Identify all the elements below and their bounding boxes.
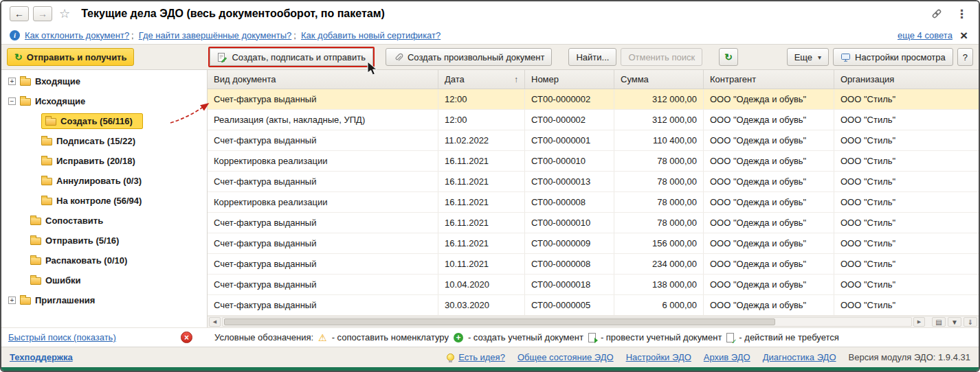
collapse-icon[interactable]: − xyxy=(8,97,16,105)
edo-window: ← → ☆ Текущие дела ЭДО (весь документооб… xyxy=(0,0,980,372)
cell-organization: ООО "Стиль" xyxy=(834,213,979,233)
table-row[interactable]: Счет-фактура выданный 16.11.2021 СТ00-00… xyxy=(208,213,979,233)
table-row[interactable]: Корректировка реализации 16.11.2021 СТ00… xyxy=(208,151,979,172)
table-row[interactable]: Счет-фактура выданный 16.11.2021 СТ00-00… xyxy=(208,233,979,254)
create-sign-send-button[interactable]: Создать, подписать и отправить xyxy=(210,48,372,66)
idea-link[interactable]: Есть идея? xyxy=(458,352,505,362)
column-header-sum[interactable]: Сумма xyxy=(614,70,704,89)
quick-search-area: Быстрый поиск (показать) × xyxy=(1,332,208,343)
expand-icon[interactable]: + xyxy=(8,78,16,85)
scroll-right-button[interactable]: ▶ xyxy=(913,317,925,327)
horizontal-scrollbar[interactable]: ◀ ▶ ▤ ▼ ⇓ xyxy=(208,316,979,327)
tree-item-create[interactable]: Создать (56/116) xyxy=(1,111,207,131)
tip-link-add-certificate[interactable]: Как добавить новый сертификат? xyxy=(301,30,441,40)
page-title: Текущие дела ЭДО (весь документооборот, … xyxy=(81,8,385,20)
table-row[interactable]: Реализация (акты, накладные, УПД) 12:00 … xyxy=(208,110,979,130)
cell-doc-type: Реализация (акты, накладные, УПД) xyxy=(208,110,438,130)
clear-search-button[interactable]: × xyxy=(181,332,192,343)
send-receive-button[interactable]: ↻ Отправить и получить xyxy=(7,48,134,66)
sync-icon: ↻ xyxy=(14,52,23,62)
paperclip-icon xyxy=(393,52,403,62)
cell-doc-type: Корректировка реализации xyxy=(208,151,438,171)
cell-organization: ООО "Стиль" xyxy=(834,110,979,130)
find-button[interactable]: Найти... xyxy=(568,48,616,66)
cell-organization: ООО "Стиль" xyxy=(834,275,979,294)
get-link-icon[interactable] xyxy=(931,8,942,19)
cancel-search-button[interactable]: Отменить поиск xyxy=(621,48,702,66)
warning-icon: ⚠ xyxy=(318,333,327,342)
cell-date: 12:00 xyxy=(438,110,525,130)
tree-item-annul[interactable]: Аннулировать (0/3) xyxy=(1,171,207,191)
create-sign-send-label: Создать, подписать и отправить xyxy=(232,52,365,62)
tree-item-label: Исходящие xyxy=(35,96,85,106)
scroll-left-button[interactable]: ◀ xyxy=(209,317,221,327)
cell-number: СТ00-0000002 xyxy=(525,89,614,109)
collapse-button[interactable]: ▼ xyxy=(948,317,961,327)
table-row[interactable]: Счет-фактура выданный 30.03.2020 СТ00-00… xyxy=(208,295,979,316)
table-row[interactable]: Корректировка реализации 16.11.2021 СТ00… xyxy=(208,192,979,213)
help-button[interactable]: ? xyxy=(957,48,973,66)
more-menu-icon[interactable]: ⋮ xyxy=(953,7,970,21)
tip-link-find-completed[interactable]: Где найти завершённые документы? xyxy=(139,30,292,40)
folder-icon xyxy=(20,78,31,86)
table-row[interactable]: Счет-фактура выданный 10.11.2021 СТ00-00… xyxy=(208,254,979,275)
toolbar: ↻ Отправить и получить Создать, подписат… xyxy=(1,44,979,70)
more-button[interactable]: Еще ▾ xyxy=(787,48,829,66)
tree-item-label: Отправить (5/16) xyxy=(45,235,119,246)
scrollbar-track[interactable] xyxy=(222,317,912,327)
tree-item-send[interactable]: Отправить (5/16) xyxy=(1,231,207,251)
cell-counterparty: ООО "Одежда и обувь" xyxy=(704,254,834,274)
more-tips-link[interactable]: еще 4 совета xyxy=(898,30,953,40)
back-button[interactable]: ← xyxy=(10,6,29,21)
edo-archive-link[interactable]: Архив ЭДО xyxy=(704,352,750,362)
scrollbar-thumb[interactable] xyxy=(224,318,775,325)
list-controls: ▤ ▼ ⇓ xyxy=(932,317,977,327)
refresh-button[interactable]: ↻ xyxy=(719,48,738,66)
folder-icon xyxy=(41,178,52,185)
table-row[interactable]: Счет-фактура выданный 11.02.2022 СТ00-00… xyxy=(208,130,979,151)
cell-number: СТ00-0000013 xyxy=(525,172,614,191)
cell-sum: 6 000,00 xyxy=(614,295,704,315)
tree-item-on-control[interactable]: На контроле (56/94) xyxy=(1,191,207,211)
caret-down-icon: ▾ xyxy=(818,54,821,61)
tree-item-unpack[interactable]: Распаковать (0/10) xyxy=(1,251,207,270)
favorite-star-icon[interactable]: ☆ xyxy=(59,6,70,21)
cell-sum: 234 000,00 xyxy=(614,254,704,274)
view-settings-button[interactable]: Настройки просмотра xyxy=(833,48,953,66)
tree-item-errors[interactable]: Ошибки xyxy=(1,270,207,290)
column-header-organization[interactable]: Организация xyxy=(834,70,979,89)
table-row[interactable]: Счет-фактура выданный 16.11.2021 СТ00-00… xyxy=(208,172,979,192)
cell-date: 10.11.2021 xyxy=(438,254,525,274)
tree-item-invitations[interactable]: + Приглашения xyxy=(1,290,207,310)
forward-button[interactable]: → xyxy=(33,6,52,21)
quick-search-link[interactable]: Быстрый поиск (показать) xyxy=(8,332,116,342)
cell-doc-type: Счет-фактура выданный xyxy=(208,130,438,150)
column-header-number[interactable]: Номер xyxy=(525,70,614,89)
column-header-doc-type[interactable]: Вид документа xyxy=(208,70,438,89)
tree-item-incoming[interactable]: + Входящие xyxy=(1,71,207,91)
grid-menu-button[interactable]: ▤ xyxy=(932,317,946,327)
close-icon[interactable]: × xyxy=(957,29,970,42)
cell-counterparty: ООО "Одежда и обувь" xyxy=(704,213,834,233)
tree-item-fix[interactable]: Исправить (20/18) xyxy=(1,151,207,171)
cell-date: 16.11.2021 xyxy=(438,151,525,171)
table-row[interactable]: Счет-фактура выданный 12:00 СТ00-0000002… xyxy=(208,89,979,110)
edo-state-link[interactable]: Общее состояние ЭДО xyxy=(517,352,614,362)
column-header-counterparty[interactable]: Контрагент xyxy=(704,70,834,89)
create-arbitrary-button[interactable]: Создать произвольный документ xyxy=(386,48,553,66)
tree-item-outgoing[interactable]: − Исходящие xyxy=(1,91,207,111)
table-row[interactable]: Счет-фактура выданный 10.04.2020 СТ00-00… xyxy=(208,275,979,295)
cell-organization: ООО "Стиль" xyxy=(834,89,979,109)
support-link[interactable]: Техподдержка xyxy=(10,352,73,362)
edo-diagnostics-link[interactable]: Диагностика ЭДО xyxy=(763,352,836,362)
edo-settings-link[interactable]: Настройки ЭДО xyxy=(626,352,691,362)
tree-item-label: Распаковать (0/10) xyxy=(45,255,127,266)
tree-item-match[interactable]: Сопоставить xyxy=(1,211,207,231)
folder-icon xyxy=(20,98,31,106)
scroll-to-end-button[interactable]: ⇓ xyxy=(964,317,977,327)
column-header-date[interactable]: Дата ↑ xyxy=(438,70,525,89)
tip-link-reject-document[interactable]: Как отклонить документ? xyxy=(25,30,129,40)
tree-item-sign[interactable]: Подписать (15/22) xyxy=(1,131,207,151)
cell-sum: 78 000,00 xyxy=(614,213,704,233)
expand-icon[interactable]: + xyxy=(8,297,16,304)
